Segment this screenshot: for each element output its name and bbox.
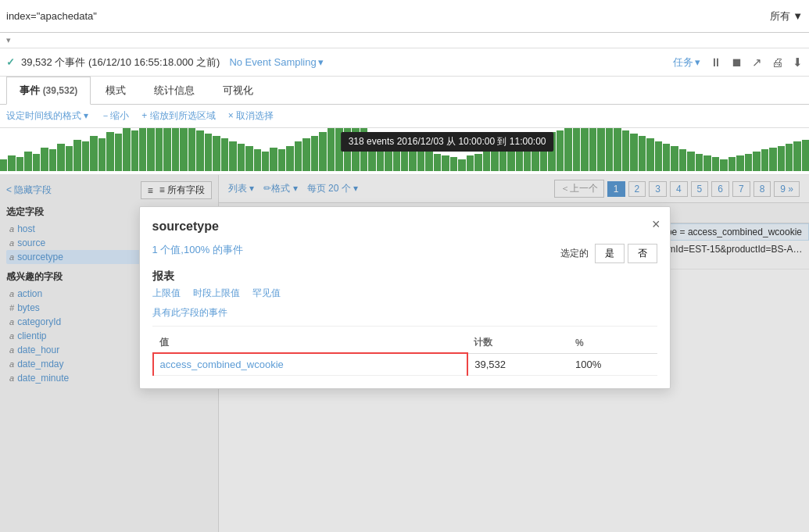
value-cell-access-combined[interactable]: access_combined_wcookie <box>219 353 467 376</box>
main-area: < 隐藏字段 ≡ ≡ 所有字段 选定字段 a host 3 a source 3… <box>0 175 809 532</box>
report-section-title: 报表 <box>219 270 657 284</box>
event-count: 39,532 个事件 (16/12/10 16:55:18.000 之前) <box>21 55 220 70</box>
search-dropdown-icon[interactable]: ▾ <box>6 35 11 45</box>
popup-divider <box>219 326 657 327</box>
print-button[interactable]: 🖨 <box>771 55 783 69</box>
pause-button[interactable]: ⏸ <box>710 55 721 69</box>
cancel-select-button[interactable]: × 取消选择 <box>228 109 274 123</box>
rare-values-link[interactable]: 罕见值 <box>252 287 281 300</box>
no-button[interactable]: 否 <box>628 244 657 263</box>
popup-overlay: sourcetype × 1 个值,100% 的事件 选定的 是 否 报表 <box>219 175 809 532</box>
right-content: 列表 ▾ ✏格式 ▾ 每页 20 个 ▾ ＜上一个 1 2 3 4 5 6 7 … <box>219 175 809 532</box>
status-left: ✓ 39,532 个事件 (16/12/10 16:55:18.000 之前) … <box>6 55 324 70</box>
top-values-by-time-link[interactable]: 时段上限值 <box>219 287 240 300</box>
tab-stats[interactable]: 统计信息 <box>141 77 208 105</box>
count-cell: 39,532 <box>467 353 569 376</box>
zoom-out-button[interactable]: －缩小 <box>101 109 129 123</box>
zoom-in-button[interactable]: + 缩放到所选区域 <box>141 109 215 123</box>
selected-label: 选定的 <box>560 247 589 260</box>
search-input[interactable] <box>6 10 764 22</box>
pct-column-header: % <box>569 333 657 353</box>
events-with-field-link-row: 具有此字段的事件 <box>219 306 657 320</box>
sourcetype-popup: sourcetype × 1 个值,100% 的事件 选定的 是 否 报表 <box>219 206 671 389</box>
no-sampling-arrow: ▾ <box>318 56 324 68</box>
search-scope[interactable]: 所有 ▼ <box>770 9 803 23</box>
stop-button[interactable]: ⏹ <box>731 55 743 69</box>
value-column-header: 值 <box>219 333 467 353</box>
no-sampling-label: No Event Sampling <box>229 56 316 68</box>
timeline-format-button[interactable]: 设定时间线的格式 ▾ <box>6 109 88 123</box>
popup-title: sourcetype <box>219 220 657 234</box>
status-right: 任务 ▾ ⏸ ⏹ ↗ 🖨 ⬇ <box>673 55 803 70</box>
count-column-header: 计数 <box>467 333 569 353</box>
check-icon: ✓ <box>6 56 15 68</box>
popup-links: 上限值 时段上限值 罕见值 <box>219 287 657 300</box>
share-button[interactable]: ↗ <box>752 55 762 70</box>
table-row: access_combined_wcookie 39,532 100% <box>219 353 657 376</box>
popup-subtitle: 1 个值,100% 的事件 <box>219 243 243 257</box>
task-button[interactable]: 任务 ▾ <box>673 55 700 70</box>
selected-buttons: 是 否 <box>595 244 657 263</box>
export-button[interactable]: ⬇ <box>793 55 803 70</box>
yes-button[interactable]: 是 <box>595 244 625 263</box>
popup-header-row: 1 个值,100% 的事件 选定的 是 否 <box>219 243 657 263</box>
events-with-field-link[interactable]: 具有此字段的事件 <box>219 307 227 318</box>
status-bar: ✓ 39,532 个事件 (16/12/10 16:55:18.000 之前) … <box>0 48 809 77</box>
tabs-bar: 事件 (39,532) 模式 统计信息 可视化 <box>0 77 809 105</box>
tab-events[interactable]: 事件 (39,532) <box>6 77 91 105</box>
popup-table: 值 计数 % access_combined_wcookie 39,532 10… <box>219 333 657 376</box>
timeline-controls: 设定时间线的格式 ▾ －缩小 + 缩放到所选区域 × 取消选择 <box>0 105 809 128</box>
search-dropdown-row: ▾ <box>0 33 809 48</box>
no-sampling-button[interactable]: No Event Sampling ▾ <box>229 56 323 68</box>
selected-section: 选定的 是 否 <box>560 244 657 263</box>
popup-close-button[interactable]: × <box>652 216 660 233</box>
pct-cell: 100% <box>569 353 657 376</box>
tab-viz[interactable]: 可视化 <box>209 77 267 105</box>
timeline-tooltip: 318 events 2016/12/03 从 10:00:00 到 11:00… <box>341 132 554 152</box>
timeline-chart[interactable]: 318 events 2016/12/03 从 10:00:00 到 11:00… <box>0 128 809 175</box>
tab-patterns[interactable]: 模式 <box>92 77 139 105</box>
search-bar: 所有 ▼ <box>0 0 809 33</box>
